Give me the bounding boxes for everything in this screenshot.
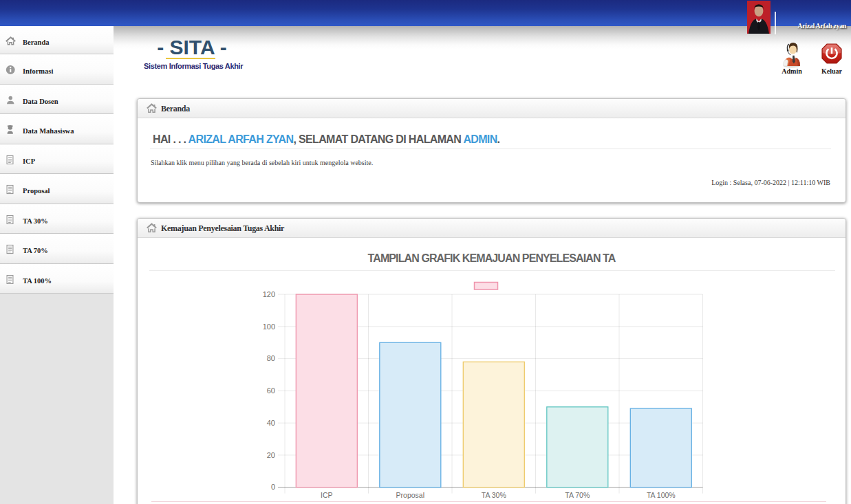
svg-text:TA 30%: TA 30% <box>482 491 506 499</box>
svg-text:40: 40 <box>267 419 275 427</box>
svg-text:0: 0 <box>271 483 275 491</box>
svg-text:Proposal: Proposal <box>396 491 424 499</box>
svg-text:20: 20 <box>267 451 275 459</box>
svg-text:60: 60 <box>267 386 275 395</box>
svg-text:TA 100%: TA 100% <box>647 491 676 499</box>
svg-text:100: 100 <box>263 322 275 331</box>
svg-text:ICP: ICP <box>321 491 333 499</box>
svg-text:120: 120 <box>263 290 275 298</box>
svg-text:TA 70%: TA 70% <box>565 491 590 499</box>
svg-text:80: 80 <box>267 354 275 362</box>
